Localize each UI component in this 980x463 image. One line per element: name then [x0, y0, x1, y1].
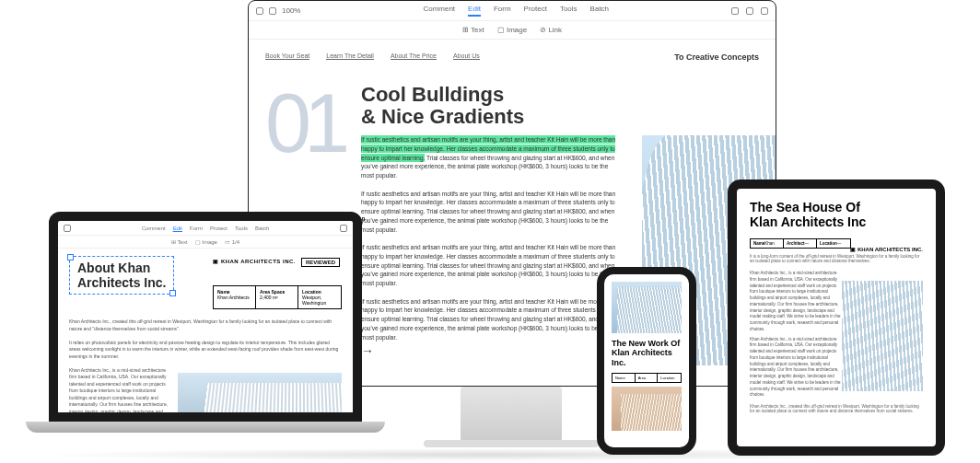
cloud-icon[interactable] — [731, 7, 739, 15]
zoom-level[interactable]: 100% — [282, 6, 300, 15]
nav-book[interactable]: Book Your Seat — [265, 52, 309, 60]
phone-info-table: Name Area Location — [612, 373, 682, 383]
image-tool[interactable]: ▢ Image — [195, 238, 217, 245]
tablet-info-table: NameKhan Architect— Location— — [750, 238, 851, 249]
image-tool[interactable]: ▢ Image — [497, 26, 527, 34]
sidebar-icon[interactable] — [256, 7, 263, 15]
laptop-document[interactable]: About Khan Architects Inc. ▣ KHAN ARCHIT… — [58, 249, 353, 422]
grid-icon[interactable] — [269, 7, 276, 15]
tab-edit[interactable]: Edit — [468, 5, 481, 17]
tablet-body-1: Khan Architects Inc., is a mid-sized arc… — [750, 271, 842, 333]
headline: Cool Bulldings & Nice Gradients — [361, 84, 524, 128]
tablet-device: The Sea House Of Klan Architects Inc Nam… — [728, 179, 945, 456]
phone-title: The New Work Of Klan Architects Inc. — [612, 339, 682, 367]
laptop-building-image — [178, 373, 342, 422]
tab-edit[interactable]: Edit — [173, 226, 182, 231]
laptop-body-text: Khan Architects Inc., created this off-g… — [69, 318, 342, 422]
nav-learn[interactable]: Learn The Detail — [326, 52, 374, 60]
tab-form[interactable]: Form — [494, 5, 511, 17]
info-table: NameKhan Architects Area Space2,400 m² L… — [213, 285, 342, 309]
laptop-toolbar: Comment Edit Form Protect Tools Batch — [58, 221, 353, 236]
laptop-device: Comment Edit Form Protect Tools Batch ⊞ … — [26, 212, 385, 453]
share-icon[interactable] — [746, 7, 753, 15]
phone-image-1 — [612, 282, 682, 333]
monitor-stand — [461, 387, 562, 442]
brand-text: To Creative Concepts — [674, 52, 759, 62]
tablet-body-2: Khan Architects Inc., is a mid-sized arc… — [750, 337, 842, 399]
reviewed-stamp: REVIEWED — [301, 258, 340, 267]
tab-comment[interactable]: Comment — [423, 5, 455, 17]
tablet-footer: Khan Architects Inc., created this off-g… — [750, 404, 925, 413]
sidebar-icon[interactable] — [64, 225, 71, 232]
body-text: If rustic aesthetics and artisan motifs … — [361, 135, 619, 341]
section-number: 01 — [265, 76, 343, 171]
phone-document[interactable]: The New Work Of Klan Architects Inc. Nam… — [604, 274, 689, 438]
text-tool[interactable]: ⊞ Text — [171, 238, 188, 245]
app-toolbar: 100% Comment Edit Form Protect Tools Bat… — [249, 1, 776, 21]
laptop-subtoolbar: ⊞ Text ▢ Image ▭ 1/4 — [58, 236, 353, 249]
tab-batch[interactable]: Batch — [255, 226, 269, 231]
nav-about[interactable]: About Us — [453, 52, 480, 60]
page-indicator: ▭ 1/4 — [225, 238, 239, 245]
phone-image-2 — [612, 387, 682, 431]
link-tool[interactable]: ⊘ Link — [540, 26, 562, 34]
company-logo: ▣ KHAN ARCHITECTS INC. — [213, 258, 296, 264]
text-tool[interactable]: ⊞ Text — [462, 26, 484, 34]
monitor-base — [424, 440, 599, 447]
tablet-building-image — [842, 281, 923, 391]
nav-price[interactable]: About The Price — [391, 52, 437, 60]
tablet-intro: It is a long-form content of the off-gri… — [750, 254, 925, 263]
tablet-document[interactable]: The Sea House Of Klan Architects Inc Nam… — [737, 189, 936, 424]
edit-subtoolbar: ⊞ Text ▢ Image ⊘ Link — [249, 21, 776, 40]
tab-protect[interactable]: Protect — [210, 226, 228, 231]
selected-text-box[interactable]: About Khan Architects Inc. — [69, 256, 174, 295]
tab-protect[interactable]: Protect — [524, 5, 547, 17]
tablet-title: The Sea House Of Klan Architects Inc — [750, 200, 923, 229]
phone-device: The New Work Of Klan Architects Inc. Nam… — [597, 267, 696, 455]
tablet-logo: ▣ KHAN ARCHITECTS INC. — [850, 246, 923, 252]
share-icon[interactable] — [340, 225, 347, 232]
laptop-base — [26, 422, 385, 433]
tab-comment[interactable]: Comment — [142, 226, 166, 231]
tab-batch[interactable]: Batch — [590, 5, 609, 17]
tab-tools[interactable]: Tools — [560, 5, 578, 17]
tab-tools[interactable]: Tools — [235, 226, 248, 231]
tab-form[interactable]: Form — [190, 226, 203, 231]
search-icon[interactable] — [761, 7, 768, 15]
